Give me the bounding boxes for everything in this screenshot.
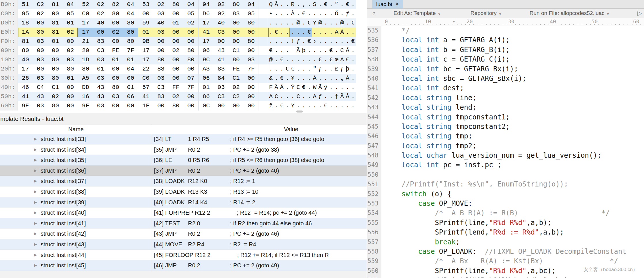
ascii-char[interactable]: @ <box>339 18 345 28</box>
ascii-char[interactable]: . <box>328 0 334 9</box>
ascii-char[interactable]: . <box>323 37 328 46</box>
ascii-char[interactable]: . <box>279 64 285 74</box>
hex-byte[interactable]: 84 <box>214 74 229 83</box>
hex-byte[interactable]: 83 <box>229 9 244 18</box>
hex-byte[interactable]: 1D <box>78 55 93 64</box>
code-line[interactable]: 540 local int sbc = GETARG_sBx(i); <box>367 74 644 83</box>
hex-byte[interactable]: 00 <box>138 9 153 18</box>
ascii-char[interactable]: @ <box>295 18 301 28</box>
expander-triangle-icon[interactable]: ▶ <box>34 197 37 208</box>
ascii-char[interactable]: . <box>328 92 334 101</box>
hex-byte[interactable]: 05 <box>63 9 78 18</box>
hex-byte[interactable]: 00 <box>33 18 48 28</box>
ascii-char[interactable]: ÿ <box>323 83 328 92</box>
hex-byte[interactable]: 02 <box>48 92 63 101</box>
table-row[interactable]: ▶struct Inst inst[41][42] TESTR2 0; if R… <box>0 218 367 229</box>
hex-byte[interactable]: 04 <box>123 0 138 9</box>
code-line[interactable]: 553 case OP_MOVE: <box>367 199 644 208</box>
hex-row[interactable]: 00h:8000000220C3FE7F170002800643C100€...… <box>0 46 367 55</box>
hex-row[interactable]: 30h:26038001A5030000C00300070684C100&.€.… <box>0 74 367 83</box>
ascii-char[interactable]: . <box>295 101 301 111</box>
hex-byte[interactable]: 01 <box>123 55 138 64</box>
hex-byte[interactable]: 03 <box>33 55 48 64</box>
hex-byte[interactable]: 00 <box>183 92 198 101</box>
ascii-char[interactable]: . <box>285 92 290 101</box>
expander-triangle-icon[interactable]: ▶ <box>34 144 37 155</box>
hex-byte[interactable]: 07 <box>183 74 198 83</box>
table-row[interactable]: ▶struct Inst inst[40][41] FORPREPR12 2; … <box>0 207 367 218</box>
code-line[interactable]: 539 local int bc = GETARG_Bx(i); <box>367 64 644 74</box>
ascii-char[interactable]: . <box>334 18 339 28</box>
ascii-char[interactable]: € <box>279 55 285 64</box>
ascii-char[interactable]: . <box>345 101 350 111</box>
hex-byte[interactable]: 80 <box>229 55 244 64</box>
ascii-char[interactable]: . <box>295 55 301 64</box>
hex-byte[interactable]: 17 <box>199 37 214 46</box>
hex-byte[interactable]: 80 <box>108 83 123 92</box>
run-on-file-dropdown[interactable]: Run on File: allopcodes52.luac∨ <box>530 9 609 18</box>
hex-byte[interactable]: 57 <box>138 83 153 92</box>
ascii-char[interactable]: € <box>290 64 295 74</box>
hex-byte[interactable]: 80 <box>78 64 93 74</box>
ascii-char[interactable]: Ã <box>317 83 323 92</box>
hex-byte[interactable]: 43 <box>214 46 229 55</box>
ascii-char[interactable]: . <box>317 9 323 18</box>
ascii-char[interactable]: . <box>350 83 356 92</box>
ascii-char[interactable]: . <box>285 74 290 83</box>
hex-byte[interactable]: 00 <box>229 37 244 46</box>
hex-byte[interactable]: 06 <box>123 92 138 101</box>
hex-byte[interactable]: 22 <box>138 64 153 74</box>
expander-triangle-icon[interactable]: ▶ <box>34 134 37 144</box>
ascii-char[interactable]: Q <box>268 0 274 9</box>
table-row[interactable]: ▶struct Inst inst[33][34] LT1 R4 R5; if … <box>0 134 367 144</box>
ascii-char[interactable]: . <box>295 74 301 83</box>
hex-byte[interactable]: 0C <box>199 101 214 111</box>
hex-byte[interactable]: 83 <box>214 64 229 74</box>
hex-byte[interactable]: 80 <box>183 55 198 64</box>
ascii-char[interactable]: . <box>334 46 339 55</box>
ascii-char[interactable]: . <box>350 74 356 83</box>
code-line[interactable]: 536 local int a = GETARG_A(i); <box>367 35 644 45</box>
hex-byte[interactable]: C4 <box>33 83 48 92</box>
hex-horizontal-scrollbar-thumb[interactable] <box>296 111 303 113</box>
hex-byte[interactable]: 02 <box>168 46 183 55</box>
code-area[interactable]: 535 */536 local int a = GETARG_A(i);537 … <box>367 26 644 278</box>
collapse-toolbar-icon[interactable]: » <box>373 9 376 18</box>
ascii-char[interactable]: Á <box>345 74 350 83</box>
hex-byte[interactable]: 00 <box>168 37 183 46</box>
table-row[interactable]: ▶struct Inst inst[42][43] JMPR0 2; PC +=… <box>0 229 367 239</box>
hex-byte[interactable]: 40 <box>214 18 229 28</box>
hex-byte[interactable]: 04 <box>244 0 259 9</box>
ascii-char[interactable]: . <box>290 18 295 28</box>
hex-byte[interactable]: C1 <box>229 74 244 83</box>
ascii-char[interactable]: † <box>334 92 339 101</box>
ascii-char[interactable]: . <box>285 46 290 55</box>
hex-byte[interactable]: 00 <box>183 28 198 37</box>
ascii-char[interactable]: . <box>350 0 356 9</box>
hex-byte[interactable]: 80 <box>153 55 168 64</box>
close-icon[interactable]: × <box>396 0 399 8</box>
hex-byte[interactable]: 26 <box>18 74 33 83</box>
hex-byte[interactable]: 43 <box>33 92 48 101</box>
ascii-char[interactable]: . <box>350 28 356 37</box>
ascii-char[interactable]: W <box>312 83 317 92</box>
hex-byte[interactable]: 00 <box>168 9 183 18</box>
ascii-char[interactable]: „ <box>339 74 345 83</box>
hex-byte[interactable]: 00 <box>168 55 183 64</box>
hex-byte[interactable]: 80 <box>18 46 33 55</box>
hex-byte[interactable]: 94 <box>199 0 214 9</box>
hex-byte[interactable]: 81 <box>48 18 63 28</box>
ascii-char[interactable]: . <box>339 101 345 111</box>
code-line[interactable]: 537 local int b = GETARG_B(i); <box>367 45 644 55</box>
ascii-char[interactable]: . <box>339 9 345 18</box>
code-line[interactable]: 559 /* A Bx R(A) := Kst(Bx) */ <box>367 256 644 266</box>
hex-byte[interactable]: 04 <box>63 0 78 9</box>
hex-byte[interactable]: 17 <box>138 55 153 64</box>
ascii-char[interactable]: S <box>312 0 317 9</box>
hex-byte[interactable]: 80 <box>183 46 198 55</box>
hex-byte[interactable]: 00 <box>153 101 168 111</box>
ascii-char[interactable]: . <box>306 83 312 92</box>
hex-byte[interactable]: 04 <box>123 9 138 18</box>
ascii-char[interactable]: . <box>279 46 285 55</box>
hex-byte[interactable]: 03 <box>153 28 168 37</box>
